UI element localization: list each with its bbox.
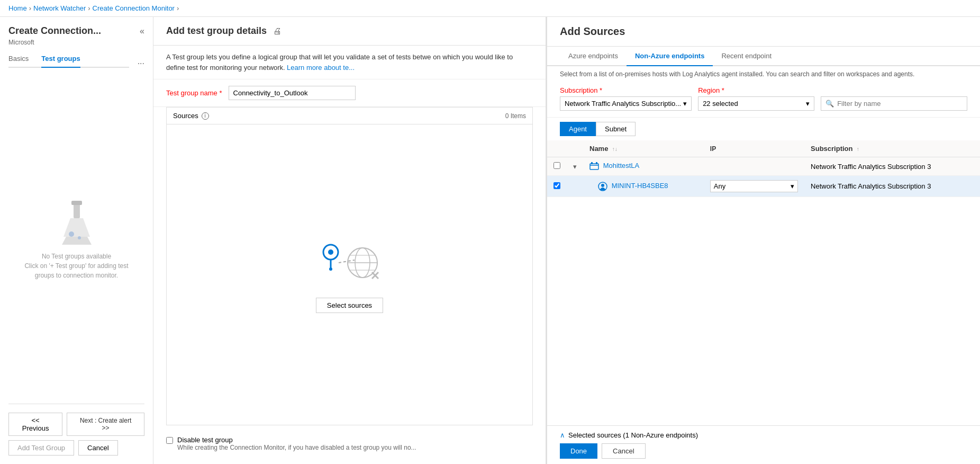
tab-recent-endpoint[interactable]: Recent endpoint (713, 47, 780, 66)
test-group-name-input[interactable] (229, 86, 356, 100)
ip-select-minint[interactable]: Any ▾ (710, 180, 798, 192)
computer-icon (598, 182, 612, 190)
bottom-bar: ∧ Selected sources (1 Non-Azure endpoint… (547, 425, 980, 464)
name-filter-group: 🔍 (821, 87, 967, 111)
disable-test-group-row: Disable test group While creating the Co… (153, 430, 546, 458)
sidebar-nav-basics[interactable]: Basics (8, 55, 29, 68)
center-title: Add test group details (166, 25, 267, 37)
sources-info-icon[interactable]: i (202, 112, 209, 120)
sort-name-icon[interactable]: ↑↓ (612, 146, 618, 152)
subnet-toggle-button[interactable]: Subnet (596, 122, 636, 136)
sources-count: 0 Items (505, 112, 526, 120)
sources-header: Sources i 0 Items (167, 108, 532, 124)
child-subscription-minint: Network Traffic Analytics Subscription 3 (804, 176, 980, 197)
table-row: ▾ MohittestLA (547, 157, 980, 176)
sources-empty: Select sources (316, 236, 383, 313)
endpoint-tabs: Azure endpoints Non-Azure endpoints Rece… (547, 47, 980, 66)
sidebar-subtitle: Microsoft (8, 39, 144, 46)
svg-point-23 (601, 184, 604, 187)
name-filter-label (821, 87, 967, 94)
table-row: MININT-HB4SBE8 Any ▾ Network Traffic Ana… (547, 176, 980, 197)
group-subscription-mohittestla: Network Traffic Analytics Subscription 3 (804, 157, 980, 176)
col-ip: IP (704, 140, 804, 157)
sources-table-container: Name ↑↓ IP Subscription ↑ ▾ (547, 140, 980, 425)
name-filter-input[interactable] (837, 100, 963, 108)
search-icon: 🔍 (825, 100, 834, 108)
group-name-mohittestla: MohittestLA (603, 162, 640, 169)
sidebar-more-button[interactable]: ... (138, 57, 144, 66)
breadcrumb-network-watcher[interactable]: Network Watcher (33, 4, 86, 12)
svg-rect-20 (591, 162, 593, 164)
subscription-filter-group: Subscription * Network Traffic Analytics… (560, 86, 692, 111)
collapse-button[interactable]: « (140, 26, 144, 36)
learn-more-link[interactable]: Learn more about te... (287, 64, 355, 72)
add-sources-title: Add Sources (560, 25, 967, 38)
tab-azure-endpoints[interactable]: Azure endpoints (560, 47, 627, 66)
cancel-button[interactable]: Cancel (602, 443, 645, 459)
region-label: Region * (698, 86, 814, 94)
sidebar-footer: << Previous Next : Create alert >> (8, 404, 144, 436)
selected-sources-info: ∧ Selected sources (1 Non-Azure endpoint… (560, 431, 967, 443)
center-header: Add test group details 🖨 (153, 17, 546, 46)
svg-point-4 (78, 236, 81, 239)
col-name[interactable]: Name ↑↓ (583, 140, 704, 157)
test-group-name-label: Test group name * (166, 89, 222, 97)
action-buttons: Done Cancel (560, 443, 967, 459)
expand-chevron-mohittestla[interactable]: ▾ (573, 163, 577, 171)
agent-icon (598, 182, 607, 191)
agent-subnet-toggle-row: Agent Subnet (547, 118, 980, 140)
region-select[interactable]: 22 selected ▾ (698, 96, 814, 111)
region-filter-group: Region * 22 selected ▾ (698, 86, 814, 111)
chevron-up-icon[interactable]: ∧ (560, 431, 565, 439)
col-checkbox (547, 140, 567, 157)
tab-non-azure-endpoints[interactable]: Non-Azure endpoints (627, 47, 713, 66)
sources-area: Sources i 0 Items (153, 107, 546, 464)
sort-subscription-icon[interactable]: ↑ (857, 146, 859, 152)
center-panel: Add test group details 🖨 A Test group le… (153, 17, 546, 464)
svg-rect-18 (590, 164, 598, 169)
row-checkbox-mohitttestla[interactable] (553, 162, 560, 169)
breadcrumb-home[interactable]: Home (8, 4, 27, 12)
svg-marker-2 (63, 218, 90, 237)
col-subscription: Subscription ↑ (804, 140, 980, 157)
print-icon[interactable]: 🖨 (273, 26, 282, 36)
sidebar-illustration: No Test groups available Click on '+ Tes… (8, 76, 144, 404)
agent-toggle-button[interactable]: Agent (560, 122, 596, 136)
group-icon (589, 162, 603, 169)
svg-point-7 (328, 249, 333, 255)
svg-rect-21 (596, 162, 597, 164)
cancel-footer-button[interactable]: Cancel (78, 440, 117, 456)
next-button[interactable]: Next : Create alert >> (67, 413, 144, 436)
sidebar-empty-text: No Test groups available Click on '+ Tes… (24, 252, 128, 280)
breadcrumb: Home › Network Watcher › Create Connecti… (0, 0, 980, 17)
done-button[interactable]: Done (560, 443, 597, 459)
center-description: A Test group lets you define a logical g… (153, 46, 546, 79)
sources-table: Name ↑↓ IP Subscription ↑ ▾ (547, 140, 980, 197)
col-expand (567, 140, 583, 157)
svg-point-9 (329, 267, 332, 271)
flask-icon (56, 200, 98, 247)
network-globe-icon (317, 236, 381, 289)
sources-title: Sources (173, 112, 198, 120)
add-test-group-button[interactable]: Add Test Group (8, 440, 74, 456)
add-sources-panel: Add Sources Azure endpoints Non-Azure en… (546, 17, 980, 464)
row-checkbox-minint[interactable] (553, 182, 560, 189)
svg-rect-5 (71, 201, 82, 205)
subscription-label: Subscription * (560, 86, 692, 94)
svg-marker-1 (62, 237, 92, 245)
test-group-name-row: Test group name * (153, 79, 546, 107)
select-sources-button[interactable]: Select sources (316, 298, 383, 313)
breadcrumb-create-connection-monitor[interactable]: Create Connection Monitor (93, 4, 175, 12)
subscription-select[interactable]: Network Traffic Analytics Subscriptio...… (560, 96, 692, 111)
name-filter-input-wrap: 🔍 (821, 96, 967, 111)
panel-description: Select from a list of on-premises hosts … (547, 66, 980, 80)
filter-row: Subscription * Network Traffic Analytics… (547, 80, 980, 118)
disable-test-group-label: Disable test group (177, 436, 416, 444)
right-panel-header: Add Sources (547, 17, 980, 47)
workspace-icon (589, 162, 599, 171)
disable-test-group-checkbox[interactable] (166, 437, 173, 444)
sidebar-nav-test-groups[interactable]: Test groups (41, 55, 80, 68)
sidebar: Create Connection... « Microsoft Basics … (0, 17, 153, 464)
svg-point-3 (69, 231, 74, 237)
previous-button[interactable]: << Previous (8, 413, 62, 436)
